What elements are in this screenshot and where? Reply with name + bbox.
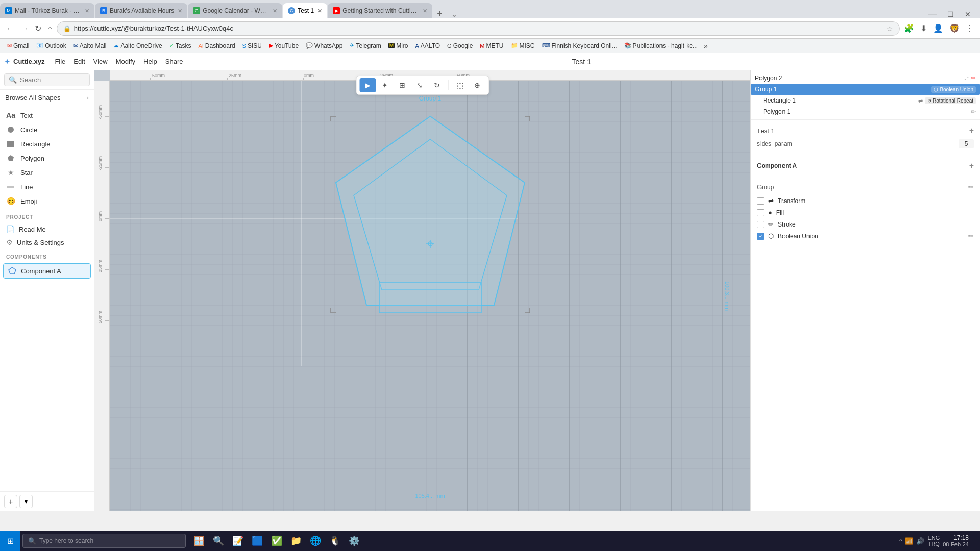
show-desktop-icon[interactable]: [972, 533, 974, 549]
edit-group-icon[interactable]: ✏: [968, 183, 974, 191]
menu-file[interactable]: File: [51, 56, 69, 67]
bookmark-aalto-mail[interactable]: ✉ Aalto Mail: [70, 41, 110, 51]
close-icon[interactable]: ✕: [85, 8, 89, 14]
tab-getting-started[interactable]: ▶ Getting Started with Cuttle - Pa... ✕: [328, 3, 432, 18]
group-tool[interactable]: ⬚: [452, 78, 468, 92]
start-button[interactable]: ⊞: [0, 531, 20, 551]
taskbar-app-1[interactable]: 📝: [229, 532, 247, 550]
brave-icon[interactable]: 🦁: [947, 21, 962, 35]
bookmark-miro[interactable]: M Miro: [385, 41, 411, 51]
taskbar-search[interactable]: 🔍 Type here to search: [22, 534, 186, 548]
bookmark-telegram[interactable]: ✈ Telegram: [347, 41, 384, 51]
node-edit-tool[interactable]: ✦: [377, 78, 393, 92]
edit-boolean-icon[interactable]: ✏: [968, 232, 974, 240]
bookmark-misc[interactable]: 📁 MISC: [508, 41, 538, 51]
bookmark-dashboard[interactable]: AI Dashboard: [195, 41, 238, 51]
search-box[interactable]: 🔍: [4, 73, 90, 86]
component-dropdown-button[interactable]: ▾: [19, 495, 33, 508]
add-component-prop-icon[interactable]: +: [969, 161, 974, 170]
bookmark-metu[interactable]: M METU: [477, 41, 506, 51]
canvas-drawing[interactable]: Group 1: [110, 81, 750, 511]
layer-rect1[interactable]: Rectangle 1 ⇌ ↺ Rotational Repeat: [751, 95, 980, 106]
new-tab-button[interactable]: +: [433, 9, 447, 18]
tab-overflow-icon[interactable]: ⌄: [449, 10, 459, 18]
shape-item-line[interactable]: Line: [0, 180, 94, 194]
menu-modify[interactable]: Modify: [112, 56, 139, 67]
shape-item-emoji[interactable]: 😊 Emoji: [0, 194, 94, 208]
layer-group1[interactable]: Group 1 ⬡ Boolean Union: [751, 84, 980, 95]
bookmark-gmail[interactable]: ✉ Gmail: [4, 41, 32, 51]
forward-button[interactable]: →: [18, 22, 31, 35]
taskbar-app-search[interactable]: 🔍: [209, 532, 228, 550]
close-icon[interactable]: ✕: [423, 8, 427, 14]
minimize-icon[interactable]: —: [923, 9, 942, 18]
search-input[interactable]: [20, 76, 94, 84]
back-button[interactable]: ←: [4, 22, 16, 35]
bookmark-aalto[interactable]: A AALTO: [412, 41, 444, 51]
close-window-icon[interactable]: ✕: [960, 10, 976, 18]
shape-item-circle[interactable]: Circle: [0, 122, 94, 137]
maximize-icon[interactable]: ☐: [942, 10, 959, 18]
layer-edit-icon[interactable]: ✏: [971, 74, 976, 82]
fill-checkbox[interactable]: [757, 209, 764, 216]
menu-edit[interactable]: Edit: [69, 56, 89, 67]
profiles-button[interactable]: 👤: [931, 21, 945, 35]
bookmark-google[interactable]: G Google: [444, 41, 476, 51]
tray-volume-icon[interactable]: 🔊: [916, 537, 924, 545]
tray-expand-icon[interactable]: ^: [899, 538, 902, 544]
stroke-checkbox[interactable]: [757, 221, 764, 228]
bookmarks-more[interactable]: »: [704, 42, 708, 50]
rotate-tool[interactable]: ↻: [429, 78, 445, 92]
menu-help[interactable]: Help: [139, 56, 161, 67]
browse-shapes-button[interactable]: Browse All Shapes ›: [0, 90, 94, 106]
reload-button[interactable]: ↻: [33, 21, 43, 35]
bookmark-tasks[interactable]: ✓ Tasks: [166, 41, 194, 51]
taskbar-app-2[interactable]: 🟦: [248, 532, 266, 550]
select-tool[interactable]: ▶: [359, 78, 376, 92]
taskbar-app-4[interactable]: 📁: [287, 532, 305, 550]
bookmark-icon[interactable]: ☆: [887, 24, 893, 33]
tab-mail[interactable]: M Mail - Türkoz Burak - Outlook ✕: [0, 3, 94, 18]
layer-pencil2-icon[interactable]: ✏: [971, 108, 976, 115]
tab-calendar[interactable]: G Google Calendar - Week of Feb... ✕: [188, 3, 282, 18]
taskbar-app-5[interactable]: 🌐: [306, 532, 325, 550]
menu-button[interactable]: ⋮: [964, 21, 976, 35]
add-param-icon[interactable]: +: [969, 126, 974, 135]
taskbar-app-start[interactable]: 🪟: [190, 532, 208, 550]
add-component-button[interactable]: +: [4, 495, 17, 508]
bookmark-sisu[interactable]: S SISU: [239, 41, 265, 51]
taskbar-app-6[interactable]: 🐧: [326, 532, 344, 550]
main-shape-svg[interactable]: [321, 106, 540, 325]
bookmark-outlook[interactable]: 📧 Outlook: [33, 41, 69, 51]
downloads-button[interactable]: ⬇: [918, 21, 929, 35]
bookmark-publications[interactable]: 📚 Publications - hagit ke...: [621, 41, 701, 51]
transform-checkbox[interactable]: [757, 197, 764, 205]
sides-param-value[interactable]: 5: [959, 139, 974, 148]
extensions-button[interactable]: 🧩: [902, 21, 916, 35]
bookmark-aalto-onedrive[interactable]: ☁ Aalto OneDrive: [110, 41, 165, 51]
boolean-union-checkbox[interactable]: ✓: [757, 233, 764, 240]
layer-polygon2[interactable]: Polygon 2 ⇌ ✏: [751, 72, 980, 84]
layer-polygon1[interactable]: Polygon 1 ✏: [751, 106, 980, 117]
menu-share[interactable]: Share: [161, 56, 187, 67]
menu-view[interactable]: View: [89, 56, 112, 67]
transform-tool[interactable]: ⊞: [394, 78, 410, 92]
taskbar-app-3[interactable]: ✅: [267, 532, 286, 550]
tab-test1[interactable]: C Test 1 ✕: [283, 3, 327, 18]
taskbar-app-7[interactable]: ⚙️: [345, 532, 363, 550]
boolean-tool[interactable]: ⊕: [469, 78, 485, 92]
project-item-readme[interactable]: 📄 Read Me: [0, 222, 94, 236]
component-a-item[interactable]: Component A: [3, 263, 91, 279]
close-icon[interactable]: ✕: [178, 8, 182, 14]
bookmark-whatsapp[interactable]: 💬 WhatsApp: [303, 41, 346, 51]
tab-available[interactable]: B Burak's Available Hours ✕: [95, 3, 187, 18]
scale-tool[interactable]: ⤡: [411, 78, 428, 92]
shape-item-polygon[interactable]: Polygon: [0, 151, 94, 165]
home-button[interactable]: ⌂: [45, 22, 55, 35]
bookmark-youtube[interactable]: ▶ YouTube: [266, 41, 302, 51]
bookmark-keyboard[interactable]: ⌨ Finnish Keyboard Onli...: [539, 41, 620, 51]
shape-item-star[interactable]: ★ Star: [0, 165, 94, 180]
shape-item-text[interactable]: Aa Text: [0, 108, 94, 122]
project-item-units[interactable]: ⚙ Units & Settings: [0, 236, 94, 249]
shape-item-rectangle[interactable]: Rectangle: [0, 137, 94, 151]
